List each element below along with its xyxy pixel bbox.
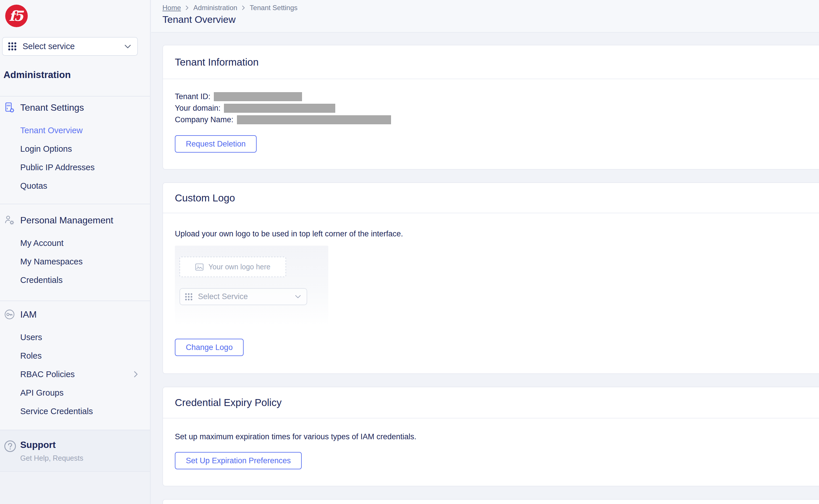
sidebar-item-my-namespaces[interactable]: My Namespaces (0, 252, 150, 271)
card-header: Credential Expiry Policy (163, 387, 819, 418)
grid-icon (185, 293, 193, 301)
image-icon (195, 263, 204, 271)
card-title: Credential Expiry Policy (175, 397, 282, 408)
breadcrumb-home[interactable]: Home (162, 4, 181, 12)
company-name-label: Company Name: (175, 115, 234, 124)
f5-logo-text: f5 (9, 8, 22, 24)
section-title: IAM (20, 309, 37, 320)
select-service-preview: Select Service (179, 288, 307, 305)
next-card-partial (162, 499, 819, 504)
card-body: Upload your own logo to be used in top l… (163, 229, 819, 238)
custom-logo-description: Upload your own logo to be used in top l… (175, 229, 819, 238)
logo-preview: Your own logo here Select Service (175, 246, 328, 327)
section-title: Personal Management (20, 215, 113, 226)
service-selector[interactable]: Select service (2, 37, 138, 56)
sidebar-item-login-options[interactable]: Login Options (0, 140, 150, 158)
your-domain-label: Your domain: (175, 104, 221, 113)
sidebar-item-quotas[interactable]: Quotas (0, 177, 150, 195)
breadcrumb-tenant-settings: Tenant Settings (250, 4, 297, 12)
support-title: Support (20, 440, 56, 450)
main-content: Home Administration Tenant Settings Tena… (151, 0, 819, 504)
tenant-id-row: Tenant ID: (175, 91, 819, 102)
sidebar-item-service-credentials[interactable]: Service Credentials (0, 402, 150, 420)
service-selector-label: Select service (23, 42, 125, 51)
redacted-value (214, 92, 302, 101)
card-body: Tenant ID: Your domain: Company Name: Re… (163, 79, 819, 153)
sidebar-item-public-ip-addresses[interactable]: Public IP Addresses (0, 158, 150, 177)
card-header: Tenant Information (163, 45, 819, 79)
grid-icon (8, 42, 17, 51)
request-deletion-button[interactable]: Request Deletion (175, 135, 257, 153)
sidebar-section-iam: IAM Users Roles RBAC Policies API Groups… (0, 309, 150, 420)
sidebar-section-personal-management: Personal Management My Account My Namesp… (0, 214, 150, 289)
chevron-right-icon (242, 5, 245, 10)
tenant-info-rows: Tenant ID: Your domain: Company Name: (175, 79, 819, 125)
page-header: Home Administration Tenant Settings Tena… (151, 0, 819, 33)
custom-logo-card: Custom Logo Upload your own logo to be u… (162, 182, 819, 374)
section-head-iam[interactable]: IAM (0, 309, 150, 320)
sidebar: f5 Select service Administration (0, 0, 151, 504)
question-circle-icon (4, 440, 16, 453)
tenant-information-card: Tenant Information Tenant ID: Your domai… (162, 45, 819, 170)
sidebar-item-users[interactable]: Users (0, 328, 150, 347)
chevron-down-icon (295, 295, 301, 299)
sidebar-item-roles[interactable]: Roles (0, 347, 150, 365)
divider (0, 96, 150, 97)
sidebar-section-tenant-settings: Tenant Settings Tenant Overview Login Op… (0, 102, 150, 195)
divider (0, 301, 150, 301)
chevron-right-icon (186, 5, 189, 10)
building-gear-icon (4, 102, 15, 113)
card-header: Custom Logo (163, 183, 819, 213)
sidebar-item-api-groups[interactable]: API Groups (0, 383, 150, 402)
divider (0, 204, 150, 204)
breadcrumb: Home Administration Tenant Settings (162, 4, 298, 12)
chevron-down-icon (125, 45, 131, 49)
support-subtitle: Get Help, Requests (20, 454, 83, 462)
sidebar-item-rbac-policies[interactable]: RBAC Policies (0, 365, 150, 383)
card-title: Custom Logo (175, 192, 235, 204)
select-service-preview-label: Select Service (198, 292, 295, 301)
sidebar-item-label: RBAC Policies (20, 370, 75, 379)
sidebar-header: Administration (3, 69, 71, 80)
company-name-row: Company Name: (175, 114, 819, 125)
sidebar-item-support[interactable]: Support Get Help, Requests (0, 430, 150, 472)
redacted-value (224, 104, 335, 113)
chevron-right-icon (134, 371, 138, 378)
card-title: Tenant Information (175, 56, 259, 68)
section-head-personal-management[interactable]: Personal Management (0, 214, 150, 226)
section-head-tenant-settings[interactable]: Tenant Settings (0, 102, 150, 113)
card-body: Set up maximum expiration times for vari… (163, 432, 819, 441)
credential-expiry-description: Set up maximum expiration times for vari… (175, 432, 819, 441)
f5-logo[interactable]: f5 (5, 5, 28, 27)
person-gear-icon (4, 215, 15, 225)
sidebar-item-my-account[interactable]: My Account (0, 234, 150, 252)
logo-placeholder-text: Your own logo here (208, 263, 270, 271)
change-logo-button[interactable]: Change Logo (175, 339, 244, 356)
page-title: Tenant Overview (162, 14, 236, 25)
set-up-expiration-preferences-button[interactable]: Set Up Expiration Preferences (175, 452, 302, 469)
sidebar-item-credentials[interactable]: Credentials (0, 271, 150, 289)
key-icon (4, 309, 15, 320)
credential-expiry-card: Credential Expiry Policy Set up maximum … (162, 387, 819, 486)
breadcrumb-administration[interactable]: Administration (193, 4, 237, 12)
sidebar-item-tenant-overview[interactable]: Tenant Overview (0, 121, 150, 140)
tenant-id-label: Tenant ID: (175, 92, 210, 101)
page-body: Tenant Information Tenant ID: Your domai… (151, 33, 819, 504)
redacted-value (237, 115, 391, 124)
your-domain-row: Your domain: (175, 102, 819, 114)
logo-placeholder-box: Your own logo here (179, 257, 286, 277)
sidebar-footer-area (0, 473, 150, 504)
section-title: Tenant Settings (20, 102, 84, 113)
